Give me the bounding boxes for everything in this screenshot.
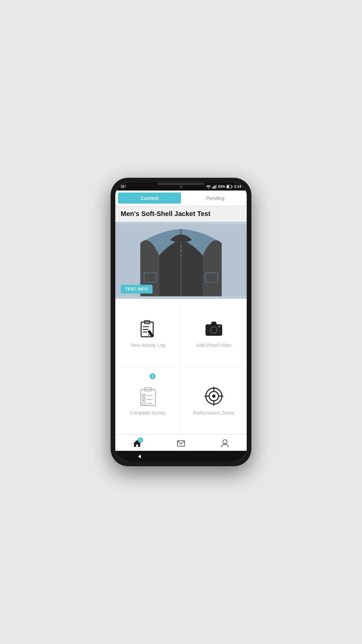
wifi-icon (206, 185, 211, 189)
svg-point-38 (212, 394, 216, 398)
svg-rect-34 (142, 402, 145, 405)
action-complete-survey[interactable]: 1 (115, 367, 181, 434)
signal-icon (212, 185, 217, 189)
android-nav (115, 451, 247, 462)
android-back[interactable] (136, 453, 142, 460)
tab-current[interactable]: Current (118, 193, 181, 204)
svg-marker-22 (148, 334, 150, 336)
target-icon (203, 385, 225, 407)
nav-home[interactable]: 1 (115, 437, 159, 449)
profile-icon (220, 439, 230, 448)
time: 3:14 (234, 184, 241, 189)
test-info-badge[interactable]: TEST INFO (121, 285, 153, 293)
home-badge: 1 (138, 437, 143, 443)
svg-rect-2 (215, 185, 216, 189)
inbox-icon (176, 439, 186, 448)
svg-rect-3 (216, 185, 217, 189)
temperature: 31° (121, 184, 126, 189)
phone-screen: 31° 43% (115, 182, 247, 462)
svg-rect-5 (227, 185, 229, 188)
survey-icon (137, 385, 159, 407)
svg-point-45 (223, 440, 227, 444)
action-label-activity-log: New Activity Log (131, 342, 165, 348)
action-performance-zones[interactable]: Performance Zones (181, 367, 247, 434)
svg-point-26 (213, 329, 215, 331)
nav-inbox[interactable] (159, 437, 203, 449)
product-image: TEST INFO (115, 222, 247, 299)
phone-frame: 31° 43% (111, 178, 251, 466)
actions-grid: New Activity Log (115, 299, 247, 434)
tab-bar: Current Pending (115, 191, 247, 206)
svg-marker-46 (138, 454, 141, 459)
activity-log-icon (137, 318, 159, 339)
action-label-survey: Complete Survey (130, 410, 166, 416)
svg-rect-0 (212, 187, 213, 189)
action-label-performance: Performance Zones (193, 410, 235, 416)
action-label-photo-video: Add Photo/Video (196, 342, 232, 348)
status-right: 43% 3:14 (206, 184, 241, 189)
status-bar: 31° 43% (115, 182, 247, 191)
tab-pending[interactable]: Pending (184, 191, 247, 206)
svg-rect-27 (218, 326, 221, 327)
action-add-photo-video[interactable]: Add Photo/Video (181, 299, 247, 367)
nav-profile[interactable] (203, 437, 247, 449)
product-title: Men's Soft-Shell Jacket Test (115, 206, 247, 222)
bottom-nav: 1 (115, 434, 247, 451)
survey-badge: 1 (149, 373, 156, 379)
svg-rect-6 (232, 186, 232, 187)
product-section: Men's Soft-Shell Jacket Test (115, 206, 247, 299)
battery-icon (227, 185, 233, 189)
camera-icon (203, 318, 225, 339)
action-new-activity-log[interactable]: New Activity Log (115, 299, 181, 367)
battery-percent: 43% (218, 184, 225, 189)
svg-rect-1 (213, 186, 214, 189)
